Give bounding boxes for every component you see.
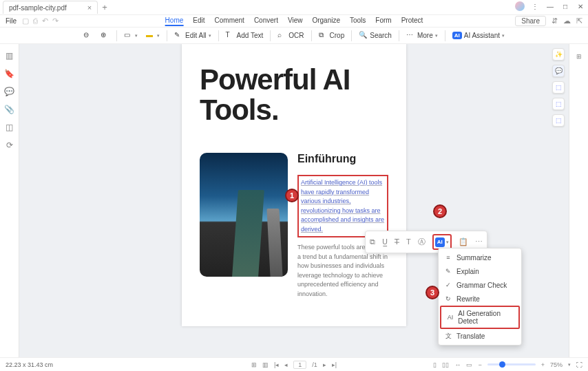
maximize-button[interactable]: □: [560, 3, 570, 10]
separator: [311, 30, 312, 41]
menu-item-ai-detect[interactable]: AIAI Generation Detect: [440, 306, 520, 329]
shape-tool[interactable]: ▭▾: [120, 30, 141, 41]
zoom-in-status-icon[interactable]: +: [541, 361, 545, 368]
callout-badge-1: 1: [285, 189, 299, 202]
summarize-icon: ≡: [444, 253, 452, 262]
new-tab-button[interactable]: +: [102, 2, 107, 12]
last-page-icon[interactable]: ▸|: [332, 361, 337, 368]
selected-text: Artificial Intelligence (AI) tools have …: [301, 178, 385, 234]
more-tool[interactable]: ⋯More▾: [403, 30, 441, 41]
menu-item-explain[interactable]: ✎Explain: [439, 264, 521, 278]
page-number-input[interactable]: 1: [293, 361, 306, 369]
separator: [399, 30, 399, 41]
text-column: Einführung Artificial Intelligence (AI) …: [297, 153, 388, 299]
first-page-icon[interactable]: |◂: [274, 361, 279, 368]
two-page-icon[interactable]: ▯▯: [442, 361, 449, 368]
tab-view[interactable]: View: [288, 17, 303, 26]
sync-icon[interactable]: ⇵: [552, 17, 558, 25]
menu-item-rewrite[interactable]: ↻Rewrite: [439, 292, 521, 306]
save-icon[interactable]: ▢: [22, 17, 29, 25]
highlight-color-tool[interactable]: ▬▾: [143, 30, 163, 41]
comments-icon[interactable]: 💬: [4, 87, 14, 96]
section-subhead: Einführung: [297, 153, 388, 165]
ai-tool-icon-2[interactable]: ⬚: [552, 98, 565, 110]
left-sidebar: ▥ 🔖 💬 📎 ◫ ⟳: [0, 44, 19, 357]
share-button[interactable]: Share: [515, 16, 546, 26]
ocr-tool[interactable]: ⌕OCR: [274, 30, 307, 41]
redo-icon[interactable]: ↷: [52, 17, 59, 25]
highlight-icon[interactable]: T: [406, 237, 411, 246]
ai-dropdown-menu: ≡Summarize ✎Explain ✓Grammar Check ↻Rewr…: [438, 248, 522, 346]
zoom-controls: ▯ ▯▯ ↔ ▭ − + 75% ▾ ⛶: [433, 361, 582, 368]
zoom-out-status-icon[interactable]: −: [478, 361, 481, 368]
page-total: /1: [312, 361, 317, 368]
read-mode-icon[interactable]: ▭: [466, 361, 472, 368]
view-mode-icon[interactable]: ⊞: [251, 361, 257, 368]
title-bar: pdf-sample-city.pdf × + ⋮ — □ ✕: [0, 0, 588, 15]
separator: [116, 30, 117, 41]
grammar-icon: ✓: [444, 281, 452, 289]
underline-icon[interactable]: U̲: [382, 237, 388, 246]
pdf-page: Powerful AI Tools. Einführung Artificial…: [182, 44, 406, 326]
crop-tool[interactable]: ⧉Crop: [315, 30, 348, 41]
close-tab-icon[interactable]: ×: [87, 3, 92, 12]
search-panel-icon[interactable]: ⟳: [6, 140, 13, 150]
strikethrough-icon[interactable]: T̶: [395, 237, 399, 246]
menu-item-summarize[interactable]: ≡Summarize: [439, 251, 521, 264]
tab-tools[interactable]: Tools: [350, 17, 366, 26]
minimize-button[interactable]: —: [545, 3, 555, 10]
layers-icon[interactable]: ◫: [6, 123, 13, 132]
menu-item-grammar[interactable]: ✓Grammar Check: [439, 278, 521, 292]
fullscreen-icon[interactable]: ⛶: [576, 361, 582, 368]
rewrite-icon: ↻: [444, 295, 452, 303]
menu-item-translate[interactable]: 文Translate: [439, 329, 521, 343]
tab-protect[interactable]: Protect: [401, 17, 423, 26]
cloud-icon[interactable]: ☁: [563, 17, 571, 25]
undo-icon[interactable]: ↶: [42, 17, 48, 25]
tab-edit[interactable]: Edit: [193, 17, 204, 26]
page-nav-controls: ⊞ ▥ |◂ ◂ 1 /1 ▸ ▸|: [251, 361, 337, 369]
close-window-button[interactable]: ✕: [576, 3, 585, 10]
properties-icon[interactable]: ⊞: [574, 51, 585, 62]
tab-home[interactable]: Home: [165, 17, 184, 26]
document-tab[interactable]: pdf-sample-city.pdf ×: [3, 1, 98, 14]
separator: [445, 30, 445, 41]
selected-text-block[interactable]: Artificial Intelligence (AI) tools have …: [297, 175, 388, 237]
ai-chat-icon[interactable]: 💬: [552, 65, 565, 77]
add-text-tool[interactable]: TAdd Text: [222, 30, 267, 41]
zoom-dropdown-icon[interactable]: ▾: [568, 362, 571, 368]
ai-tool-icon-1[interactable]: ⬚: [552, 81, 565, 94]
ai-panel-icon[interactable]: ✨: [552, 48, 565, 61]
zoom-slider[interactable]: [487, 363, 536, 365]
ai-tool-icon-3[interactable]: ⬚: [552, 114, 565, 127]
tab-convert[interactable]: Convert: [254, 17, 278, 26]
copy-icon[interactable]: ⧉: [370, 237, 375, 246]
clipboard-icon[interactable]: 📋: [459, 237, 468, 246]
separator: [351, 30, 352, 41]
single-page-icon[interactable]: ▯: [433, 361, 437, 368]
callout-badge-2: 2: [433, 204, 447, 218]
edit-all-tool[interactable]: ✎Edit All▾: [171, 30, 215, 41]
zoom-out-button[interactable]: ⊖: [80, 30, 96, 41]
next-page-icon[interactable]: ▸: [323, 361, 326, 368]
tab-comment[interactable]: Comment: [215, 17, 244, 26]
print-icon[interactable]: ⎙: [33, 17, 38, 25]
translate-icon[interactable]: Ⓐ: [418, 237, 426, 247]
tab-organize[interactable]: Organize: [312, 17, 340, 26]
prev-page-icon[interactable]: ◂: [284, 361, 288, 368]
more-actions-icon[interactable]: ⋯: [475, 237, 483, 246]
page-layout-icon[interactable]: ▥: [262, 361, 269, 368]
export-icon[interactable]: ⇱: [576, 17, 582, 25]
tab-title: pdf-sample-city.pdf: [9, 4, 67, 12]
ai-assistant-tool[interactable]: AIAI Assistant▾: [449, 30, 508, 41]
bookmarks-icon[interactable]: 🔖: [4, 69, 14, 78]
fit-width-icon[interactable]: ↔: [454, 361, 461, 368]
ribbon-tabs: Home Edit Comment Convert View Organize …: [165, 17, 423, 26]
file-menu[interactable]: File: [6, 17, 17, 25]
zoom-in-button[interactable]: ⊕: [97, 30, 113, 41]
tab-form[interactable]: Form: [375, 17, 391, 26]
search-tool[interactable]: 🔍Search: [355, 30, 395, 41]
thumbnails-icon[interactable]: ▥: [6, 51, 13, 61]
app-menu-icon[interactable]: ⋮: [530, 3, 540, 10]
attachments-icon[interactable]: 📎: [4, 105, 14, 114]
